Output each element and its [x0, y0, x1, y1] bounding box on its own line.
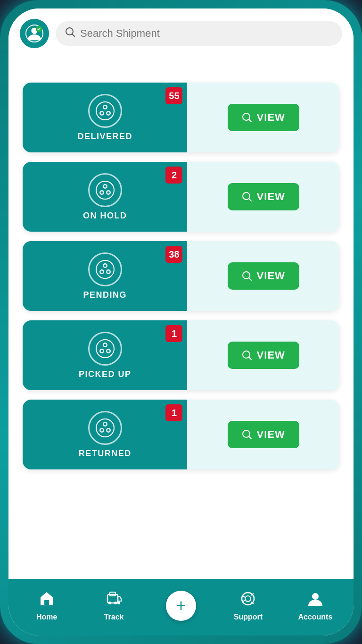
nav-item-home[interactable]: Home — [13, 591, 80, 621]
svg-point-4 — [96, 102, 114, 120]
svg-point-32 — [104, 343, 106, 346]
nav-item-accounts[interactable]: Accounts — [282, 591, 349, 621]
search-input[interactable] — [80, 27, 333, 40]
svg-point-41 — [100, 429, 103, 431]
card-right-on-hold: VIEW — [187, 162, 339, 232]
card-left-pending: 38 PENDING — [23, 241, 187, 311]
view-button-on-hold[interactable]: VIEW — [228, 183, 299, 210]
card-right-delivered: VIEW — [187, 83, 339, 152]
card-icon-on-hold — [88, 173, 122, 207]
card-badge-returned: 1 — [165, 404, 182, 421]
search-bar[interactable] — [56, 21, 342, 46]
nav-label-support: Support — [234, 613, 263, 621]
status-card-picked-up: 1 PICKED UP — [23, 320, 339, 390]
search-view-icon — [242, 192, 252, 202]
nav-label-home: Home — [36, 613, 57, 621]
plus-icon: + — [176, 597, 186, 614]
svg-point-36 — [96, 419, 114, 437]
card-label-returned: RETURNED — [79, 449, 132, 459]
card-label-on-hold: ON HOLD — [83, 211, 127, 221]
home-icon — [39, 591, 55, 610]
main-content: 55 DELIVERED — [8, 56, 354, 579]
view-button-returned[interactable]: VIEW — [228, 421, 299, 448]
phone-screen: 55 DELIVERED — [8, 8, 354, 636]
svg-point-34 — [107, 350, 109, 352]
svg-point-10 — [107, 112, 109, 114]
svg-rect-44 — [44, 600, 49, 605]
card-left-delivered: 55 DELIVERED — [23, 83, 187, 152]
status-card-returned: 1 RETURNED — [23, 400, 339, 469]
card-right-returned: VIEW — [187, 400, 339, 469]
search-view-icon — [242, 112, 252, 123]
card-label-pending: PENDING — [83, 290, 127, 300]
card-icon-delivered — [88, 94, 122, 128]
track-icon — [106, 591, 122, 610]
svg-point-12 — [96, 181, 114, 199]
status-card-pending: 38 PENDING — [23, 241, 339, 311]
svg-point-16 — [104, 185, 106, 187]
svg-point-52 — [312, 593, 319, 600]
accounts-icon — [307, 591, 323, 610]
svg-point-28 — [96, 340, 114, 358]
header — [8, 8, 354, 56]
search-view-icon — [242, 271, 252, 281]
card-badge-picked-up: 1 — [165, 325, 182, 342]
card-icon-pending — [88, 252, 122, 286]
svg-point-9 — [100, 112, 103, 114]
card-left-picked-up: 1 PICKED UP — [23, 320, 187, 390]
view-button-picked-up[interactable]: VIEW — [228, 342, 299, 369]
svg-point-49 — [117, 602, 120, 604]
card-label-picked-up: PICKED UP — [79, 369, 132, 379]
svg-point-18 — [107, 191, 109, 193]
svg-point-8 — [104, 106, 106, 108]
search-icon — [65, 27, 75, 40]
view-button-delivered[interactable]: VIEW — [228, 104, 299, 131]
nav-label-accounts: Accounts — [298, 613, 332, 621]
view-button-pending[interactable]: VIEW — [228, 262, 299, 290]
svg-point-24 — [104, 264, 106, 267]
svg-point-47 — [108, 602, 111, 604]
card-left-returned: 1 RETURNED — [23, 400, 187, 469]
svg-point-26 — [107, 270, 109, 273]
bottom-nav: Home Track + — [8, 579, 354, 636]
card-badge-delivered: 55 — [165, 87, 182, 104]
nav-item-track[interactable]: Track — [80, 591, 147, 621]
search-view-icon — [242, 429, 252, 440]
card-right-pending: VIEW — [187, 241, 339, 311]
svg-point-40 — [104, 423, 106, 425]
svg-point-33 — [100, 350, 103, 352]
support-icon — [240, 591, 256, 610]
svg-point-51 — [245, 596, 251, 602]
cards-list: 55 DELIVERED — [23, 83, 339, 469]
card-badge-pending: 38 — [165, 246, 182, 263]
svg-point-17 — [100, 191, 103, 193]
svg-point-42 — [107, 429, 109, 431]
status-card-on-hold: 2 ON HOLD — [23, 162, 339, 232]
card-right-picked-up: VIEW — [187, 320, 339, 390]
nav-item-support[interactable]: Support — [214, 591, 281, 621]
svg-point-25 — [100, 270, 103, 273]
add-button[interactable]: + — [166, 591, 196, 621]
status-card-delivered: 55 DELIVERED — [23, 83, 339, 152]
avatar-button[interactable] — [20, 19, 49, 48]
search-view-icon — [242, 350, 252, 360]
svg-point-48 — [114, 602, 117, 604]
nav-item-add[interactable]: + — [148, 591, 214, 621]
svg-point-20 — [96, 260, 114, 278]
card-icon-returned — [88, 411, 122, 445]
card-left-on-hold: 2 ON HOLD — [23, 162, 187, 232]
card-badge-on-hold: 2 — [165, 167, 182, 184]
phone-frame: 55 DELIVERED — [0, 0, 362, 644]
nav-label-track: Track — [104, 613, 124, 621]
card-icon-picked-up — [88, 332, 122, 366]
card-label-delivered: DELIVERED — [77, 132, 132, 142]
